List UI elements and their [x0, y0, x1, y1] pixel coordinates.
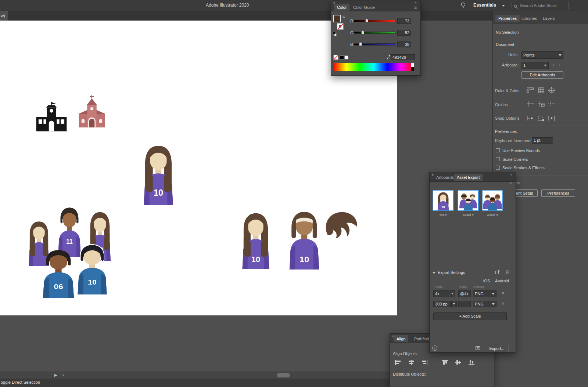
channel-b-thumb[interactable]: [359, 42, 362, 46]
lock-guides-icon[interactable]: [537, 101, 546, 108]
keyboard-increment-field[interactable]: 1 pt: [532, 137, 553, 144]
launch-settings-icon[interactable]: [494, 269, 500, 275]
tab-layers[interactable]: Layers: [540, 15, 558, 22]
hair-piece-graphic[interactable]: [323, 210, 361, 245]
asset-thumbnail-3[interactable]: [482, 190, 503, 211]
tab-asset-export[interactable]: Asset Export: [454, 174, 483, 181]
tab-color-guide[interactable]: Color Guide: [350, 4, 378, 11]
align-top-icon[interactable]: [441, 359, 449, 366]
swap-fill-stroke-icon[interactable]: ⇅: [342, 15, 345, 19]
export-settings-disclosure-icon[interactable]: [433, 272, 435, 275]
chevron-down-icon: [559, 54, 562, 58]
color-spectrum-bar[interactable]: [333, 63, 414, 71]
artboard-dropdown[interactable]: 1: [521, 62, 549, 69]
trash-icon[interactable]: [505, 269, 510, 275]
person-group-front-right[interactable]: 10: [69, 242, 115, 294]
stroke-swatch[interactable]: [337, 23, 344, 30]
units-dropdown[interactable]: Points: [521, 51, 563, 59]
play-forward-icon[interactable]: ▶: [54, 373, 57, 377]
artboard-value: 1: [523, 63, 526, 68]
person-pair-right-headband[interactable]: 10: [281, 209, 328, 270]
none-swatch[interactable]: [333, 55, 338, 60]
align-left-icon[interactable]: [394, 359, 402, 366]
school-building-graphic[interactable]: [35, 100, 68, 134]
collapse-panel-icon[interactable]: «: [415, 1, 417, 4]
channel-g-track[interactable]: [354, 32, 396, 34]
lightbulb-icon[interactable]: [460, 1, 466, 11]
format-dropdown-1[interactable]: PNG: [473, 290, 496, 297]
tab-align[interactable]: Align: [394, 335, 408, 342]
channel-b-value-text: 38: [405, 42, 409, 47]
info-icon[interactable]: i: [432, 346, 437, 351]
white-swatch[interactable]: [344, 55, 348, 59]
remove-scale-2-icon[interactable]: ×: [502, 301, 504, 306]
collapse-panel-icon[interactable]: «: [510, 173, 512, 177]
scale-combo-1[interactable]: 4x: [433, 290, 449, 297]
align-right-icon[interactable]: [420, 359, 429, 366]
edit-artboards-button[interactable]: Edit Artboards: [521, 71, 563, 79]
spectrum-black-patch[interactable]: [411, 67, 414, 71]
smart-guides-icon[interactable]: [547, 101, 556, 108]
preferences-button[interactable]: Preferences: [541, 189, 575, 197]
use-preview-bounds-checkbox[interactable]: [496, 148, 500, 152]
channel-r-track[interactable]: [354, 20, 396, 22]
artboard-next-button[interactable]: ›: [559, 62, 560, 67]
align-v-center-icon[interactable]: [454, 359, 463, 366]
snap-to-grid-icon[interactable]: [537, 115, 546, 122]
artboard-prev-button[interactable]: ‹: [553, 62, 554, 67]
ruler-icon[interactable]: [526, 87, 535, 94]
h-scrollbar-thumb[interactable]: [277, 373, 290, 377]
channel-r-thumb[interactable]: [365, 19, 368, 22]
channel-g-value[interactable]: 52: [397, 30, 411, 36]
tab-libraries[interactable]: Libraries: [519, 15, 540, 22]
perspective-grid-icon[interactable]: [547, 87, 556, 94]
show-guides-icon[interactable]: [526, 101, 535, 108]
format-dropdown-2[interactable]: PNG: [473, 301, 496, 307]
align-h-center-icon[interactable]: [407, 359, 416, 366]
tab-artboards[interactable]: Artboards: [433, 174, 457, 181]
scale-strokes-effects-checkbox[interactable]: [496, 166, 500, 170]
tab-properties-label: Properties: [498, 16, 517, 21]
stock-search-field[interactable]: Search Adobe Stock: [512, 2, 569, 9]
scale-combo-2[interactable]: 300 pp: [433, 301, 451, 307]
grid-icon[interactable]: [537, 87, 546, 94]
channel-g-thumb[interactable]: [361, 30, 364, 34]
svg-text:10: 10: [441, 205, 445, 209]
export-button[interactable]: Export...: [485, 345, 509, 352]
align-bottom-icon[interactable]: [467, 359, 476, 366]
remove-scale-1-icon[interactable]: ×: [502, 291, 504, 296]
right-panel-tabbar: Properties Libraries Layers: [493, 11, 588, 24]
frame-nav-icon[interactable]: «: [62, 373, 65, 377]
person-big-girl[interactable]: 10: [135, 143, 182, 205]
eyedropper-icon[interactable]: [386, 54, 391, 60]
channel-r-value[interactable]: 73: [397, 18, 411, 24]
scale-corners-checkbox[interactable]: [496, 157, 500, 161]
platform-android[interactable]: Android: [495, 279, 509, 283]
platform-ios[interactable]: iOS: [483, 279, 490, 283]
scale-stepper-2[interactable]: [451, 301, 457, 307]
suffix-field-2[interactable]: [458, 301, 471, 307]
launch-export-dialog-icon[interactable]: [474, 345, 481, 351]
tab-color[interactable]: Color: [334, 4, 349, 11]
person-pair-left[interactable]: 10: [234, 211, 277, 269]
scale-stepper-1[interactable]: [450, 290, 455, 297]
snap-to-point-icon[interactable]: [526, 115, 535, 122]
asset-thumbnail-team[interactable]: 10: [433, 190, 454, 211]
church-building-graphic[interactable]: [76, 95, 107, 131]
fill-swatch[interactable]: [333, 15, 341, 22]
suffix-field-1[interactable]: @4x: [458, 290, 471, 297]
hex-field[interactable]: 493426: [391, 54, 415, 60]
panel-menu-icon[interactable]: ≡: [414, 5, 417, 10]
channel-b-value[interactable]: 38: [397, 41, 411, 47]
default-swatches-icon[interactable]: [333, 32, 337, 36]
asset-thumbnail-2[interactable]: [458, 190, 479, 211]
snap-to-pixel-icon[interactable]: [547, 115, 556, 122]
selection-status: No Selection: [496, 30, 519, 35]
panel-menu-icon[interactable]: ≡: [509, 180, 512, 185]
workspace-switcher[interactable]: Essentials: [473, 3, 496, 8]
add-scale-button[interactable]: + Add Scale: [433, 312, 507, 320]
tab-properties[interactable]: Properties: [495, 15, 520, 22]
preferences-button-label: Preferences: [547, 191, 569, 195]
document-tab[interactable]: w): [0, 11, 8, 21]
black-swatch[interactable]: [340, 55, 344, 59]
